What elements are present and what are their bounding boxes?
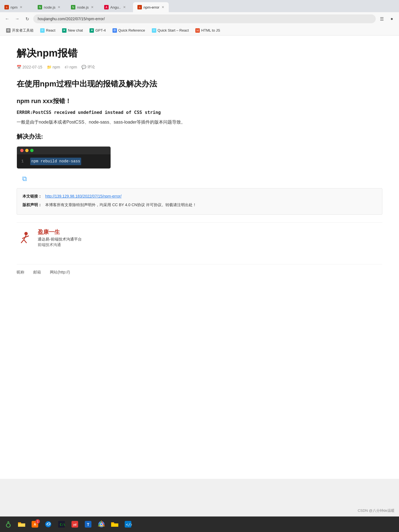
meta-comment[interactable]: 💬 评论 [81, 65, 95, 70]
taskbar-icon-cmd[interactable]: C:\ [55, 518, 68, 530]
profile-button[interactable]: ● [388, 15, 396, 23]
bookmark-label: Quick Start – React [158, 28, 189, 32]
comment-text: 评论 [87, 65, 95, 70]
bookmark-favicon: ⚙ [6, 28, 11, 33]
svg-text:</>: </> [126, 522, 132, 527]
author-info: 盈康一生 通达易-前端技术沟通平台 前端技术沟通 [38, 228, 82, 247]
tab-label: node.js [77, 5, 89, 9]
tab-npm[interactable]: n npm ✕ [0, 2, 33, 12]
page-content: 解决npm报错 📅 2022-07-15 📁 npm 🏷 npm 💬 评论 在使… [0, 35, 399, 479]
bookmark-newchat[interactable]: ✦ New chat [59, 27, 86, 34]
taskbar-icon-app1[interactable]: A 1 [29, 518, 41, 530]
author-name: 盈康一生 [38, 228, 82, 236]
bookmark-tools[interactable]: ⚙ 开发者工具箱 [3, 27, 36, 34]
meta-tag: 🏷 npm [65, 65, 77, 69]
info-copyright-row: 版权声明： 本博客所有文章除特别声明外，均采用 CC BY 4.0 CN协议 许… [22, 201, 377, 208]
bookmark-gpt4[interactable]: ✦ GPT-4 [87, 27, 109, 34]
tab-label: npm [11, 5, 17, 9]
svg-point-21 [101, 523, 103, 525]
email-field: 邮箱 [33, 270, 41, 275]
nickname-label: 昵称 [17, 270, 24, 275]
tab-nodejs1[interactable]: N node.js ✕ [33, 2, 66, 12]
tab-close[interactable]: ✕ [123, 5, 126, 9]
bookmark-label: HTML to JS [201, 28, 220, 32]
tab-favicon: N [71, 5, 75, 9]
taskbar-icon-folder1[interactable] [16, 518, 28, 530]
info-copyright-value: 本博客所有文章除特别声明外，均采用 CC BY 4.0 CN协议 许可协议。转载… [45, 201, 196, 208]
taskbar-icon-yd[interactable]: yd [69, 518, 81, 530]
taskbar-icon-recycle[interactable] [2, 518, 14, 530]
tab-favicon: n [137, 5, 142, 9]
tab-nodejs2[interactable]: N node.js ✕ [66, 2, 100, 12]
author-logo [17, 230, 33, 246]
copy-icon[interactable]: ⧉ [22, 175, 27, 182]
dot-red [20, 149, 24, 152]
article-title: 解决npm报错 [17, 47, 382, 60]
bookmark-htmltojs[interactable]: H HTML to JS [193, 27, 223, 34]
taskbar-icon-edge[interactable] [42, 518, 54, 530]
taskbar-icon-chrome[interactable] [95, 518, 108, 530]
category-text: npm [53, 65, 60, 69]
address-bar-row: ← → ↻ houjianghu.com/2022/07/15/npm-erro… [0, 12, 399, 25]
code-line-number: 1 [21, 158, 26, 164]
tab-close[interactable]: ✕ [20, 5, 22, 9]
forward-button[interactable]: → [13, 15, 21, 23]
tab-close[interactable]: ✕ [91, 5, 94, 9]
tab-label: Angu.. [110, 5, 121, 9]
info-copyright-label: 版权声明： [22, 201, 42, 208]
bookmark-favicon: H [195, 28, 200, 33]
solution-heading: 解决办法: [17, 132, 382, 141]
tag-icon: 🏷 [65, 65, 68, 69]
tab-bar: n npm ✕ N node.js ✕ N node.js ✕ A Angu..… [0, 0, 399, 12]
bookmark-react[interactable]: ⚛ React [37, 27, 58, 34]
svg-line-7 [26, 236, 29, 237]
tab-label: npm-error [144, 5, 159, 9]
website-label: 网站(http://) [50, 270, 70, 275]
folder-icon: 📁 [47, 65, 52, 69]
meta-date: 📅 2022-07-15 [17, 65, 42, 69]
copy-tooltip-area: ⧉ [22, 175, 382, 183]
tab-angular[interactable]: A Angu.. ✕ [100, 2, 133, 12]
bookmark-quickref[interactable]: ⚙ Quick Reference [110, 27, 148, 34]
calendar-icon: 📅 [17, 65, 21, 69]
svg-text:A: A [34, 523, 36, 526]
svg-point-8 [6, 523, 10, 527]
tab-current[interactable]: n npm-error ✕ [133, 2, 169, 12]
bookmark-quickstart[interactable]: ⚛ Quick Start – React [149, 27, 192, 34]
author-description: 前端技术沟通 [38, 242, 82, 247]
svg-line-5 [24, 240, 27, 243]
bookmark-favicon: ✦ [62, 28, 66, 33]
comment-icon: 💬 [81, 65, 86, 69]
author-section: 盈康一生 通达易-前端技术沟通平台 前端技术沟通 [17, 222, 382, 253]
extensions-button[interactable]: ☰ [378, 15, 386, 23]
tab-label: node.js [44, 5, 55, 9]
csdn-watermark-text: CSDN @八分钟de温暖 [358, 508, 395, 513]
code-block-header [17, 147, 111, 154]
taskbar-badge: 1 [35, 519, 40, 524]
code-selected-text[interactable]: npm rebuild node-sass [30, 158, 81, 165]
svg-text:C:\: C:\ [60, 523, 65, 526]
bookmark-label: React [46, 28, 55, 32]
tag-text: npm [70, 65, 77, 69]
dot-yellow [25, 149, 29, 152]
refresh-button[interactable]: ↻ [23, 15, 31, 23]
back-button[interactable]: ← [3, 15, 11, 23]
address-input[interactable]: houjianghu.com/2022/07/15/npm-error/ [33, 14, 376, 23]
taskbar-icon-t[interactable]: T [82, 518, 94, 530]
website-field: 网站(http://) [50, 270, 70, 275]
bookmark-label: New chat [68, 28, 83, 32]
tab-close[interactable]: ✕ [58, 5, 60, 9]
tab-close[interactable]: ✕ [162, 5, 164, 9]
error-text: ERROR:PostCSS received undefined instead… [17, 110, 382, 115]
info-link-value[interactable]: http://139.129.98.183/2022/07/15/npm-err… [45, 193, 122, 200]
bookmark-label: Quick Reference [118, 28, 145, 32]
meta-category: 📁 npm [47, 65, 60, 69]
bookmarks-bar: ⚙ 开发者工具箱 ⚛ React ✦ New chat ✦ GPT-4 ⚙ Qu… [0, 25, 399, 35]
taskbar-icon-files[interactable] [109, 518, 121, 530]
dot-green [30, 149, 34, 152]
taskbar-icon-vscode[interactable]: </> [122, 518, 134, 530]
svg-line-4 [21, 240, 24, 243]
taskbar: A 1 C:\ yd T [0, 516, 399, 532]
section-heading: npm run xxx报错！ [17, 97, 382, 105]
svg-text:yd: yd [73, 523, 76, 526]
